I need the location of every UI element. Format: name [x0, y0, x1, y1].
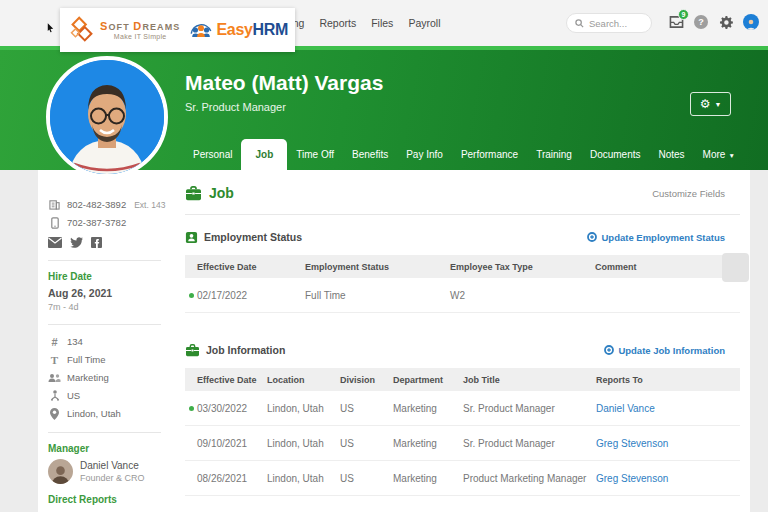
notification-badge: 9 — [678, 9, 689, 20]
mobile-phone-row: 702-387-3782 — [48, 216, 173, 229]
customize-fields-link[interactable]: Customize Fields — [652, 188, 725, 199]
scrollbar-thumb[interactable] — [722, 253, 749, 282]
manager-name: Daniel Vance — [80, 460, 145, 471]
reports-to-link[interactable]: Daniel Vance — [584, 403, 740, 414]
people-icon — [48, 373, 61, 383]
circle-plus-icon — [587, 232, 597, 242]
employment-status-title: Employment Status — [204, 231, 302, 243]
softdreams-logo-text: Soft Dreams — [100, 20, 180, 32]
profile-tab[interactable]: Job▼ — [241, 139, 287, 170]
table-row[interactable]: 09/10/2021 Lindon, Utah US Marketing Sr.… — [185, 426, 740, 461]
profile-tab[interactable]: Time Off▼ — [287, 140, 343, 170]
employee-id: 134 — [67, 336, 83, 347]
help-button[interactable]: ? — [693, 13, 709, 31]
profile-tab[interactable]: Personal▼ — [184, 140, 241, 170]
softdreams-tagline: Make IT Simple — [100, 33, 180, 40]
user-avatar[interactable] — [743, 14, 759, 30]
mobile-phone: 702-387-3782 — [67, 217, 126, 228]
person-icon — [745, 18, 757, 30]
direct-reports-label: Direct Reports — [48, 494, 173, 505]
employee-photo[interactable] — [46, 56, 168, 178]
gear-icon — [719, 15, 734, 30]
divider — [48, 324, 161, 325]
profile-tab[interactable]: More▼ — [694, 140, 744, 170]
employment-type: Full Time — [67, 354, 106, 365]
twitter-icon[interactable] — [70, 237, 83, 248]
help-icon: ? — [694, 15, 708, 29]
profile-tab[interactable]: Documents▼ — [581, 140, 650, 170]
content-panel: 802-482-3892 Ext. 143 702-387-3782 Hire … — [38, 170, 750, 512]
org-icon — [50, 390, 60, 401]
divider — [48, 260, 161, 261]
gear-icon: ⚙ — [700, 98, 711, 110]
divider — [185, 214, 740, 215]
tenure: 7m - 4d — [48, 302, 173, 312]
facebook-icon[interactable] — [91, 237, 102, 248]
profile-settings-button[interactable]: ⚙ ▼ — [690, 92, 731, 116]
hire-date-label: Hire Date — [48, 271, 173, 282]
search-placeholder: Search... — [589, 18, 627, 29]
location-pin-icon — [50, 408, 59, 420]
time-icon: T — [48, 354, 61, 366]
job-information-table: Effective Date Location Division Departm… — [185, 368, 740, 496]
table-header: Effective Date Location Division Departm… — [185, 368, 740, 391]
chevron-down-icon: ▼ — [728, 152, 734, 159]
briefcase-icon — [185, 344, 200, 357]
manager-row[interactable]: Daniel Vance Founder & CRO — [48, 459, 173, 484]
employment-status-icon — [185, 231, 198, 244]
job-information-title: Job Information — [206, 344, 285, 356]
reports-to-link[interactable]: Greg Stevenson — [584, 473, 740, 484]
hire-date-value: Aug 26, 2021 — [48, 287, 173, 299]
email-icon[interactable] — [48, 237, 62, 248]
easyhrm-logo-icon — [188, 17, 214, 43]
work-phone-ext: Ext. 143 — [134, 200, 165, 210]
employee-id-row: # 134 — [48, 335, 173, 348]
easyhrm-logo-text: EasyHRM — [216, 21, 288, 39]
update-job-information-link[interactable]: Update Job Information — [604, 345, 725, 356]
reports-to-link[interactable]: Greg Stevenson — [584, 438, 740, 449]
office-phone-icon — [49, 199, 60, 210]
division-row: US — [48, 389, 173, 402]
profile-tabs: Personal▼Job▼Time Off▼Benefits▼Pay Info▼… — [184, 139, 744, 170]
nav-item[interactable]: Payroll — [408, 17, 440, 29]
profile-tab[interactable]: Pay Info▼ — [397, 140, 452, 170]
search-input[interactable]: Search... — [566, 13, 652, 33]
location-row: Lindon, Utah — [48, 407, 173, 420]
nav-item[interactable]: Files — [371, 17, 393, 29]
employment-type-row: T Full Time — [48, 353, 173, 366]
table-row[interactable]: 03/30/2022 Lindon, Utah US Marketing Sr.… — [185, 391, 740, 426]
work-phone: 802-482-3892 — [67, 199, 126, 210]
department-row: Marketing — [48, 371, 173, 384]
manager-avatar — [48, 459, 73, 484]
employee-sidebar: 802-482-3892 Ext. 143 702-387-3782 Hire … — [48, 198, 173, 510]
softdreams-logo-icon — [68, 16, 96, 44]
mouse-cursor — [47, 23, 54, 33]
table-row[interactable]: 02/17/2022 Full Time W2 — [185, 278, 740, 313]
employee-job-title: Sr. Product Manager — [185, 101, 286, 113]
mobile-phone-icon — [51, 217, 59, 229]
search-icon — [575, 19, 584, 28]
logo-overlay: Soft Dreams Make IT Simple EasyHRM — [60, 8, 295, 52]
update-employment-status-link[interactable]: Update Employment Status — [587, 232, 725, 243]
job-tab-content: Job Customize Fields Employment Status U… — [185, 170, 740, 496]
inbox-button[interactable]: 9 — [668, 13, 684, 31]
profile-tab[interactable]: Benefits▼ — [343, 140, 397, 170]
location: Lindon, Utah — [67, 408, 121, 419]
settings-button[interactable] — [718, 13, 734, 31]
chevron-down-icon: ▼ — [714, 101, 721, 108]
page-title: Job — [209, 185, 234, 201]
profile-tab[interactable]: Performance▼ — [452, 140, 527, 170]
profile-tab[interactable]: Training▼ — [527, 140, 581, 170]
briefcase-icon — [185, 186, 202, 201]
work-phone-row: 802-482-3892 Ext. 143 — [48, 198, 173, 211]
current-indicator-dot — [189, 293, 194, 298]
hash-icon: # — [48, 336, 61, 348]
employee-photo-image — [50, 60, 164, 174]
employee-name: Mateo (Matt) Vargas — [185, 71, 383, 95]
profile-tab[interactable]: Notes▼ — [649, 140, 693, 170]
division: US — [67, 390, 80, 401]
nav-item[interactable]: Reports — [319, 17, 356, 29]
table-row[interactable]: 08/26/2021 Lindon, Utah US Marketing Pro… — [185, 461, 740, 496]
current-indicator-dot — [189, 406, 194, 411]
divider — [48, 432, 161, 433]
